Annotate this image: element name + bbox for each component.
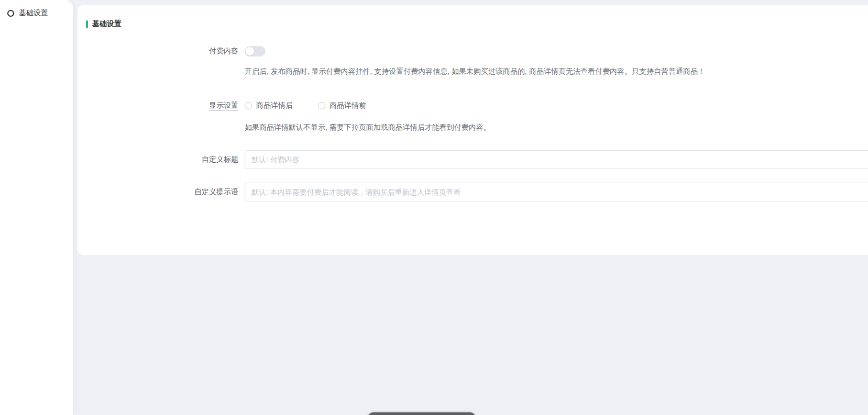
display-setting-help-row: 如果商品详情默认不显示, 需要下拉页面加载商品详情后才能看到付费内容。 <box>78 122 868 132</box>
radio-label: 商品详情前 <box>329 101 366 110</box>
paid-content-label: 付费内容 <box>78 47 238 56</box>
radio-icon <box>318 102 325 109</box>
display-setting-label: 显示设置 <box>78 101 238 110</box>
paid-content-row: 付费内容 <box>78 46 868 57</box>
sidebar-item-basic-settings[interactable]: 基础设置 <box>0 0 73 26</box>
sidebar: 基础设置 <box>0 0 73 415</box>
sidebar-item-label: 基础设置 <box>19 8 48 18</box>
page-title: 基础设置 <box>92 19 122 29</box>
circle-icon <box>7 10 14 17</box>
toggle-knob <box>246 47 254 55</box>
radio-product-detail-after[interactable]: 商品详情后 <box>245 101 293 110</box>
settings-panel: 基础设置 付费内容 开启后, 发布商品时, 显示付费内容挂件, 支持设置付费内容… <box>78 5 868 255</box>
bottom-dark-button[interactable] <box>368 412 476 415</box>
display-setting-help-text: 如果商品详情默认不显示, 需要下拉页面加载商品详情后才能看到付费内容。 <box>245 122 491 132</box>
radio-icon <box>245 102 252 109</box>
display-setting-row: 显示设置 商品详情后 商品详情前 <box>78 100 868 111</box>
custom-title-input[interactable] <box>245 150 868 169</box>
paid-content-toggle[interactable] <box>245 46 266 57</box>
custom-prompt-input[interactable] <box>245 183 868 201</box>
paid-content-help-text: 开启后, 发布商品时, 显示付费内容挂件, 支持设置付费内容信息, 如果未购买过… <box>245 66 705 76</box>
title-accent-bar <box>86 20 88 28</box>
custom-title-row: 自定义标题 <box>78 150 868 169</box>
radio-label: 商品详情后 <box>256 101 293 110</box>
custom-title-label: 自定义标题 <box>78 155 238 164</box>
radio-product-detail-before[interactable]: 商品详情前 <box>318 101 366 110</box>
paid-content-help-row: 开启后, 发布商品时, 显示付费内容挂件, 支持设置付费内容信息, 如果未购买过… <box>78 66 868 76</box>
panel-title-row: 基础设置 <box>78 5 868 29</box>
custom-prompt-row: 自定义提示语 <box>78 183 868 201</box>
custom-prompt-label: 自定义提示语 <box>78 187 238 197</box>
